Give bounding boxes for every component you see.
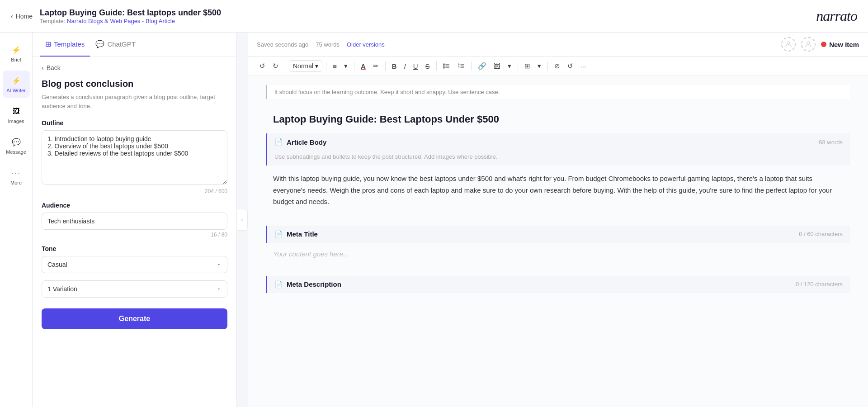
- panel-collapse-button[interactable]: ‹: [237, 209, 248, 231]
- ordered-list-button[interactable]: 1.2.3.: [455, 61, 467, 71]
- svg-point-5: [443, 64, 444, 65]
- clear-format-button[interactable]: ⊘: [552, 60, 563, 72]
- svg-point-0: [787, 42, 790, 44]
- svg-point-1: [807, 42, 810, 44]
- align-chevron-button[interactable]: ▾: [341, 60, 350, 72]
- article-body-word-count: 68 words: [819, 139, 843, 146]
- sidebar-label-ai-writer: AI Writer: [6, 88, 26, 93]
- meta-description-doc-icon: 📄: [274, 280, 283, 289]
- undo2-button[interactable]: ↺: [565, 60, 576, 72]
- variation-select[interactable]: 1 Variation 2 Variations 3 Variations: [42, 280, 227, 298]
- templates-tab-icon: ⊞: [45, 40, 51, 48]
- toolbar-divider-6: [471, 62, 472, 71]
- sidebar-item-ai-writer[interactable]: ⚡ AI Writer: [3, 71, 30, 98]
- outline-char-count: 204 / 600: [42, 188, 227, 194]
- article-body-section: 📄 Article Body 68 words Use subheadings …: [266, 133, 850, 215]
- article-body-hint: Use subheadings and bullets to keep the …: [266, 151, 850, 166]
- sidebar-label-brief: Brief: [11, 57, 21, 62]
- red-dot-icon: [821, 42, 826, 47]
- generate-button[interactable]: Generate: [42, 308, 227, 329]
- panel-tabs: ⊞ Templates 💬 ChatGPT: [33, 33, 236, 57]
- strikethrough-button[interactable]: S: [423, 61, 433, 72]
- tone-label: Tone: [42, 245, 227, 252]
- top-hint: It should focus on the learning outcome.…: [266, 85, 850, 99]
- undo-button[interactable]: ↺: [257, 60, 268, 72]
- outline-field-group: Outline 1. Introduction to laptop buying…: [42, 119, 227, 194]
- tone-select[interactable]: Casual Formal Friendly Professional: [42, 256, 227, 273]
- bold-button[interactable]: B: [389, 61, 400, 72]
- toolbar-divider-4: [385, 62, 386, 71]
- sidebar-item-more[interactable]: ··· More: [3, 163, 30, 190]
- new-item-label: New Item: [829, 41, 859, 48]
- toolbar-divider-1: [285, 62, 285, 71]
- article-body-header: 📄 Article Body 68 words: [266, 133, 850, 151]
- bullet-list-button[interactable]: [440, 61, 453, 71]
- template-link1[interactable]: Narrato Blogs & Web Pages: [67, 18, 140, 24]
- doc-title: Laptop Buying Guide: Best laptops under …: [40, 8, 221, 18]
- back-button[interactable]: ‹ Back: [42, 64, 227, 71]
- redo-button[interactable]: ↻: [270, 60, 281, 72]
- tone-field-group: Tone Casual Formal Friendly Professional: [42, 245, 227, 273]
- article-body-title: Article Body: [287, 138, 326, 146]
- ai-writer-icon: ⚡: [11, 75, 22, 86]
- sidebar-item-brief[interactable]: ⚡ Brief: [3, 40, 30, 67]
- doc-info: Laptop Buying Guide: Best laptops under …: [40, 8, 221, 24]
- collaborator-avatar-2: [801, 37, 816, 52]
- sidebar-item-images[interactable]: 🖼 Images: [3, 101, 30, 128]
- home-link[interactable]: ‹ Home: [11, 13, 33, 20]
- meta-title-section: 📄 Meta Title 0 / 60 characters Your cont…: [266, 226, 850, 265]
- template-prefix: Template:: [40, 18, 67, 24]
- chevron-down-icon: ▾: [315, 62, 318, 70]
- meta-title-label: Meta Title: [287, 230, 318, 238]
- article-body-header-left: 📄 Article Body: [274, 138, 326, 146]
- style-select[interactable]: Normal ▾: [289, 60, 322, 72]
- audience-label: Audience: [42, 202, 227, 209]
- template-title: Blog post conclusion: [42, 79, 227, 89]
- italic-button[interactable]: I: [401, 61, 409, 72]
- audience-input[interactable]: [42, 213, 227, 230]
- text-color-button[interactable]: A: [358, 61, 368, 72]
- template-link2[interactable]: Blog Article: [146, 18, 175, 24]
- chatgpt-tab-icon: 💬: [95, 40, 104, 48]
- tab-chatgpt[interactable]: 💬 ChatGPT: [90, 33, 141, 57]
- tab-templates-label: Templates: [54, 40, 85, 48]
- meta-title-placeholder[interactable]: Your content goes here...: [266, 243, 850, 265]
- image-chevron-button[interactable]: ▾: [505, 60, 514, 72]
- outline-textarea[interactable]: 1. Introduction to laptop buying guide 2…: [42, 130, 227, 185]
- svg-point-6: [443, 66, 444, 66]
- sidebar-item-message[interactable]: 💬 Message: [3, 132, 30, 159]
- style-label: Normal: [293, 62, 313, 70]
- new-item-button[interactable]: New Item: [821, 41, 859, 48]
- image-button[interactable]: 🖼: [491, 61, 503, 72]
- link-button[interactable]: 🔗: [475, 60, 489, 72]
- header: ‹ Home Laptop Buying Guide: Best laptops…: [0, 0, 868, 33]
- sidebar-label-images: Images: [8, 118, 24, 124]
- toolbar-divider-8: [547, 62, 548, 71]
- editor-content: It should focus on the learning outcome.…: [248, 76, 868, 407]
- template-description: Generates a conclusion paragraph given a…: [42, 93, 227, 110]
- home-label: Home: [16, 13, 33, 20]
- align-button[interactable]: ≡: [330, 61, 340, 72]
- article-body-doc-icon: 📄: [274, 138, 283, 146]
- toolbar-divider-7: [518, 62, 518, 71]
- sidebar-label-more: More: [10, 180, 22, 185]
- toolbar-divider-5: [436, 62, 437, 71]
- svg-point-7: [443, 67, 444, 68]
- audience-field-group: Audience 16 / 80: [42, 202, 227, 238]
- highlight-button[interactable]: ✏: [370, 60, 382, 72]
- tab-templates[interactable]: ⊞ Templates: [40, 33, 90, 57]
- doc-content-title[interactable]: Laptop Buying Guide: Best Laptops Under …: [266, 110, 850, 129]
- back-chevron-icon: ‹: [42, 64, 44, 71]
- panel-sidebar: ⊞ Templates 💬 ChatGPT ‹ Back Blog post c…: [33, 33, 237, 407]
- article-body-content[interactable]: With this laptop buying guide, you now k…: [266, 166, 850, 215]
- svg-text:3.: 3.: [458, 66, 460, 69]
- table-chevron-button[interactable]: ▾: [535, 60, 544, 72]
- table-button[interactable]: ⊞: [522, 60, 533, 72]
- word-count: 75 words: [316, 41, 340, 48]
- more-options-button[interactable]: ···: [578, 61, 589, 72]
- images-icon: 🖼: [11, 106, 22, 117]
- older-versions-link[interactable]: Older versions: [347, 41, 385, 48]
- underline-button[interactable]: U: [410, 61, 421, 72]
- meta-title-doc-icon: 📄: [274, 230, 283, 238]
- meta-title-char-count: 0 / 60 characters: [799, 231, 843, 237]
